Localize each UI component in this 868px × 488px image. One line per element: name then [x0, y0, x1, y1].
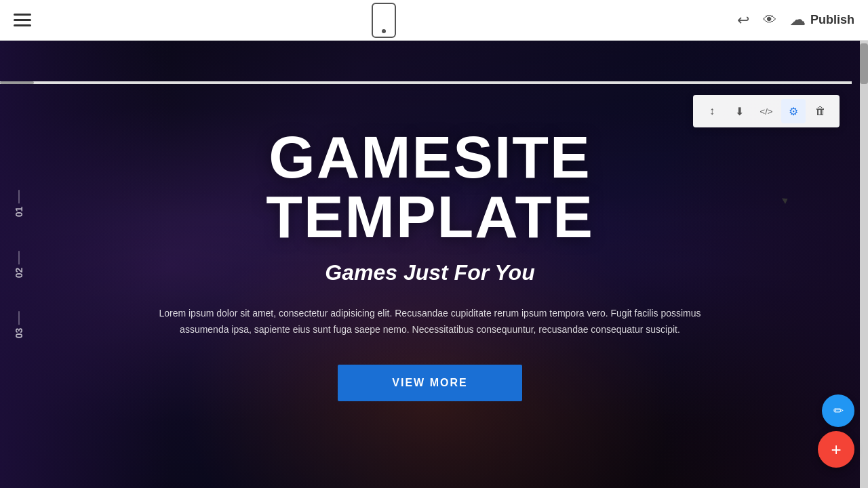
top-bar-left	[14, 14, 31, 26]
slide-indicators: 01 02 03	[14, 190, 24, 339]
add-fab-button[interactable]: +	[818, 431, 854, 468]
horizontal-scrollbar-thumb[interactable]	[0, 81, 34, 84]
vertical-scrollbar-thumb[interactable]	[860, 43, 868, 84]
hero-subtitle: Games Just For You	[152, 260, 708, 285]
view-more-button[interactable]: VIEW MORE	[338, 365, 521, 401]
pencil-icon: ✏	[833, 403, 844, 418]
horizontal-scrollbar[interactable]	[0, 81, 852, 84]
edit-fab-button[interactable]: ✏	[822, 394, 854, 427]
settings-icon: ⚙	[789, 105, 798, 118]
trash-icon: 🗑	[815, 105, 826, 117]
top-bar-center	[372, 3, 396, 38]
sort-button[interactable]: ↕	[700, 99, 724, 123]
floating-toolbar: ↕ ⬇ </> ⚙ 🗑	[693, 95, 840, 127]
hero-title: GAMESITE TEMPLATE	[152, 127, 708, 247]
slide-indicator-3[interactable]: 03	[14, 312, 24, 339]
undo-icon[interactable]: ↩	[737, 12, 749, 29]
code-button[interactable]: </>	[754, 99, 778, 123]
menu-button[interactable]	[14, 14, 31, 26]
code-icon: </>	[760, 106, 773, 117]
publish-button[interactable]: ☁ Publish	[790, 12, 854, 29]
vertical-scrollbar[interactable]	[860, 41, 868, 488]
delete-button[interactable]: 🗑	[808, 99, 833, 123]
top-bar: ↩ 👁 ☁ Publish	[0, 0, 868, 41]
top-bar-right: ↩ 👁 ☁ Publish	[737, 12, 854, 29]
canvas: 01 02 03 GAMESITE TEMPLATE Games Just Fo…	[0, 41, 860, 488]
plus-icon: +	[831, 439, 841, 460]
hero-content: GAMESITE TEMPLATE Games Just For You Lor…	[125, 127, 735, 402]
eye-icon[interactable]: 👁	[763, 12, 776, 28]
mobile-preview-icon[interactable]	[372, 3, 396, 38]
download-button[interactable]: ⬇	[727, 99, 751, 123]
cloud-upload-icon: ☁	[790, 12, 805, 29]
sort-icon: ↕	[709, 105, 715, 117]
slide-indicator-1[interactable]: 01	[14, 190, 24, 218]
settings-button[interactable]: ⚙	[781, 99, 806, 123]
hero-description: Lorem ipsum dolor sit amet, consectetur …	[159, 306, 701, 338]
slide-indicator-2[interactable]: 02	[14, 251, 24, 278]
publish-label: Publish	[810, 13, 854, 27]
download-icon: ⬇	[735, 105, 744, 118]
